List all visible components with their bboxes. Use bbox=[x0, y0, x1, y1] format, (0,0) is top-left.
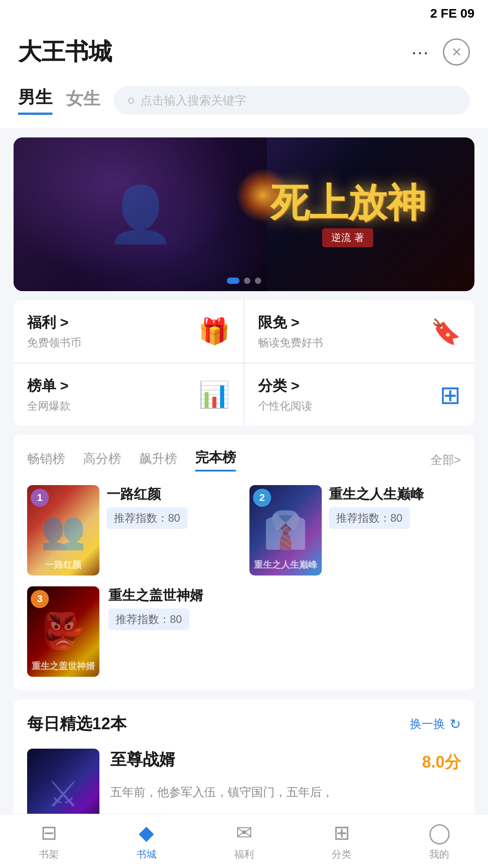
refresh-button[interactable]: 换一换 ↻ bbox=[410, 716, 461, 732]
tab-rising[interactable]: 飙升榜 bbox=[139, 450, 177, 470]
nav-bookstore-label: 书城 bbox=[136, 848, 156, 861]
free-title: 限免 > bbox=[258, 313, 323, 333]
quick-item-categories[interactable]: 分类 > 个性化阅读 ⊞ bbox=[244, 363, 474, 426]
header-actions: ··· ✕ bbox=[412, 38, 470, 66]
quick-item-rankings[interactable]: 榜单 > 全网爆款 📊 bbox=[14, 363, 244, 426]
book-card-3[interactable]: 👺 重生之盖世神婿 3 重生之盖世神婿 推荐指数：80 bbox=[27, 586, 461, 677]
rankings-tabs: 畅销榜 高分榜 飙升榜 完本榜 全部> bbox=[27, 448, 461, 472]
nav-mine[interactable]: ◯ 我的 bbox=[390, 816, 488, 866]
rankings-section: 畅销榜 高分榜 飙升榜 完本榜 全部> 👥 一路红颜 1 一路红颜 推荐指数：8… bbox=[14, 435, 474, 690]
nav-categories-label: 分类 bbox=[332, 848, 352, 861]
nav-bookshelf-label: 书架 bbox=[39, 848, 59, 861]
rank-badge-1: 1 bbox=[31, 489, 49, 507]
bookstore-icon: ◆ bbox=[139, 821, 154, 844]
book-cover-1: 👥 一路红颜 1 bbox=[27, 485, 99, 576]
quick-menu-grid: 福利 > 免费领书币 🎁 限免 > 畅读免费好书 🔖 榜单 > 全网爆款 📊 分… bbox=[14, 300, 474, 426]
rank-badge-3: 3 bbox=[31, 590, 49, 608]
book-cover-2: 👔 重生之人生巅峰 2 bbox=[249, 485, 322, 576]
close-button[interactable]: ✕ bbox=[443, 38, 470, 66]
categories-title: 分类 > bbox=[258, 376, 312, 396]
mine-icon: ◯ bbox=[428, 821, 450, 844]
nav-categories[interactable]: ⊞ 分类 bbox=[293, 816, 390, 866]
categories-nav-icon: ⊞ bbox=[333, 821, 350, 844]
search-placeholder: 点击输入搜索关键字 bbox=[141, 93, 246, 108]
banner-author: 逆流 著 bbox=[322, 228, 373, 247]
welfare-icon: ✉ bbox=[236, 821, 253, 844]
nav-bookstore[interactable]: ◆ 书城 bbox=[98, 816, 195, 866]
nav-mine-label: 我的 bbox=[429, 848, 449, 861]
refresh-icon: ↻ bbox=[450, 716, 461, 732]
daily-book-title: 至尊战婿 bbox=[110, 749, 175, 771]
nav-welfare-label: 福利 bbox=[234, 848, 254, 861]
book-score-3: 推荐指数：80 bbox=[108, 609, 189, 630]
refresh-label: 换一换 bbox=[410, 716, 445, 732]
banner-character-art: 👤 bbox=[107, 183, 174, 246]
nav-welfare[interactable]: ✉ 福利 bbox=[195, 816, 293, 866]
rankings-subtitle: 全网爆款 bbox=[27, 399, 70, 413]
rankings-title: 榜单 > bbox=[27, 376, 70, 396]
tab-male[interactable]: 男生 bbox=[18, 86, 52, 115]
banner-dot-3 bbox=[255, 278, 261, 284]
quick-item-free[interactable]: 限免 > 畅读免费好书 🔖 bbox=[244, 300, 474, 363]
bottom-nav: ⊟ 书架 ◆ 书城 ✉ 福利 ⊞ 分类 ◯ 我的 bbox=[0, 814, 488, 868]
book-title-1: 一路红颜 bbox=[107, 485, 188, 503]
app-title: 大王书城 bbox=[18, 36, 112, 68]
banner-text: 死上放神 逆流 著 bbox=[221, 137, 474, 291]
tab-female[interactable]: 女生 bbox=[66, 87, 100, 114]
daily-book-desc: 五年前，他参军入伍，镇守国门，五年后， bbox=[110, 783, 461, 801]
status-bar: 2 FE 09 bbox=[0, 0, 488, 27]
grid-icon: ⊞ bbox=[440, 380, 461, 410]
bookshelf-icon: ⊟ bbox=[41, 821, 57, 844]
tab-highscore[interactable]: 高分榜 bbox=[83, 450, 121, 470]
view-all-link[interactable]: 全部> bbox=[431, 452, 461, 468]
gift-icon: 🎁 bbox=[198, 316, 230, 346]
gender-search-row: 男生 女生 ○ 点击输入搜索关键字 bbox=[0, 81, 488, 128]
daily-header: 每日精选12本 换一换 ↻ bbox=[27, 713, 461, 735]
more-options-button[interactable]: ··· bbox=[412, 42, 429, 62]
book-score-1: 推荐指数：80 bbox=[107, 507, 188, 529]
welfare-subtitle: 免费领书币 bbox=[27, 335, 81, 350]
search-icon: ○ bbox=[127, 93, 135, 108]
banner-title: 死上放神 bbox=[270, 181, 426, 224]
tab-completed[interactable]: 完本榜 bbox=[195, 448, 236, 472]
daily-title: 每日精选12本 bbox=[27, 713, 127, 735]
book-card-1[interactable]: 👥 一路红颜 1 一路红颜 推荐指数：80 bbox=[27, 485, 239, 576]
rank-badge-2: 2 bbox=[253, 489, 271, 507]
daily-book-score: 8.0分 bbox=[422, 751, 461, 774]
banner[interactable]: 👤 死上放神 逆流 著 bbox=[14, 137, 474, 291]
book-cover-text-1: 一路红颜 bbox=[27, 559, 99, 571]
daily-cover-art: ⚔ bbox=[47, 773, 80, 815]
banner-dot-2 bbox=[244, 278, 250, 284]
book-cover-3: 👺 重生之盖世神婿 3 bbox=[27, 586, 99, 677]
chart-icon: 📊 bbox=[198, 380, 230, 410]
bookmark-icon: 🔖 bbox=[431, 317, 461, 346]
book-title-2: 重生之人生巅峰 bbox=[329, 485, 424, 503]
categories-subtitle: 个性化阅读 bbox=[258, 399, 312, 413]
welfare-title: 福利 > bbox=[27, 313, 81, 333]
book-cover-text-3: 重生之盖世神婿 bbox=[27, 660, 99, 672]
free-subtitle: 畅读免费好书 bbox=[258, 335, 323, 350]
header: 大王书城 ··· ✕ bbox=[0, 27, 488, 81]
book-cover-text-2: 重生之人生巅峰 bbox=[249, 559, 322, 571]
tab-bestseller[interactable]: 畅销榜 bbox=[27, 450, 65, 470]
book-score-2: 推荐指数：80 bbox=[329, 507, 410, 529]
status-time: 2 FE 09 bbox=[430, 6, 474, 21]
banner-dot-1 bbox=[227, 278, 239, 284]
book-card-2[interactable]: 👔 重生之人生巅峰 2 重生之人生巅峰 推荐指数：80 bbox=[249, 485, 461, 576]
search-box[interactable]: ○ 点击输入搜索关键字 bbox=[114, 86, 470, 115]
top-books-grid: 👥 一路红颜 1 一路红颜 推荐指数：80 👔 重生之人生巅峰 2 重生之人生巅… bbox=[27, 485, 461, 576]
banner-dots bbox=[227, 278, 261, 284]
quick-item-welfare[interactable]: 福利 > 免费领书币 🎁 bbox=[14, 300, 244, 363]
nav-bookshelf[interactable]: ⊟ 书架 bbox=[0, 816, 98, 866]
book-title-3: 重生之盖世神婿 bbox=[108, 586, 203, 604]
